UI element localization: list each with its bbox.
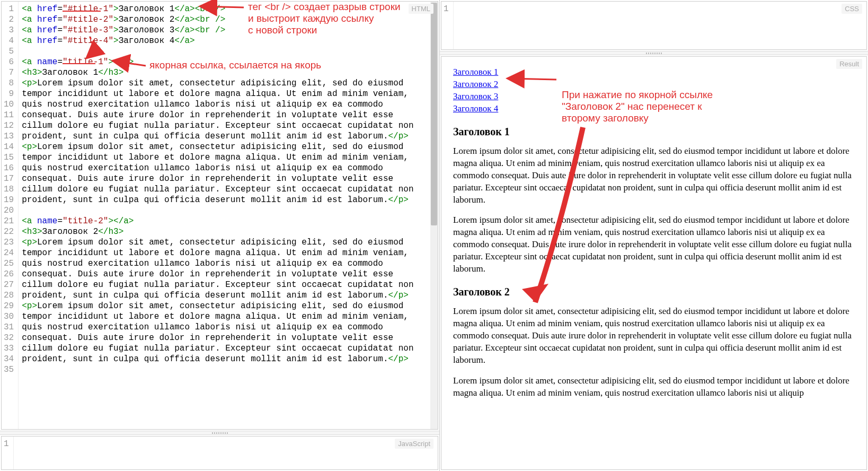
result-link-4[interactable]: Заголовок 4	[453, 103, 498, 114]
line-number-gutter: 1	[441, 2, 454, 49]
result-link-2[interactable]: Заголовок 2	[453, 79, 498, 89]
panel-resize-handle[interactable]	[0, 431, 439, 435]
css-panel-label: CSS	[842, 4, 862, 14]
panel-resize-handle[interactable]	[440, 51, 868, 55]
result-paragraph: Lorem ipsum dolor sit amet, consectetur …	[453, 214, 855, 275]
scrollbar-thumb[interactable]	[431, 3, 437, 225]
result-paragraph: Lorem ipsum dolor sit amet, consectetur …	[453, 145, 855, 206]
line-number-gutter: 1234567891011121314151617181920212223242…	[2, 2, 19, 429]
js-panel-label: JavaScript	[395, 439, 433, 449]
js-editor-panel[interactable]: JavaScript 1	[1, 436, 438, 470]
result-heading-1: Заголовок 1	[453, 125, 855, 139]
result-link-1[interactable]: Заголовок 1	[453, 67, 498, 77]
scrollbar-track[interactable]	[430, 2, 438, 429]
html-panel-label: HTML	[409, 4, 433, 14]
result-panel: Result Заголовок 1 Заголовок 2 Заголовок…	[441, 56, 867, 470]
js-code-content[interactable]	[14, 437, 438, 469]
result-content[interactable]: Заголовок 1 Заголовок 2 Заголовок 3 Заго…	[441, 57, 866, 469]
html-editor-panel[interactable]: HTML 12345678910111213141516171819202122…	[1, 1, 438, 430]
result-link-3[interactable]: Заголовок 3	[453, 91, 498, 101]
css-editor-panel[interactable]: CSS 1	[441, 1, 867, 50]
result-heading-2: Заголовок 2	[453, 285, 855, 299]
result-paragraph: Lorem ipsum dolor sit amet, consectetur …	[453, 375, 855, 399]
html-code-content[interactable]: <a href="#title-1">Заголовок 1</a><br />…	[19, 2, 438, 429]
result-panel-label: Result	[836, 59, 862, 69]
css-code-content[interactable]	[454, 2, 866, 49]
result-paragraph: Lorem ipsum dolor sit amet, consectetur …	[453, 306, 855, 367]
line-number-gutter: 1	[2, 437, 14, 469]
